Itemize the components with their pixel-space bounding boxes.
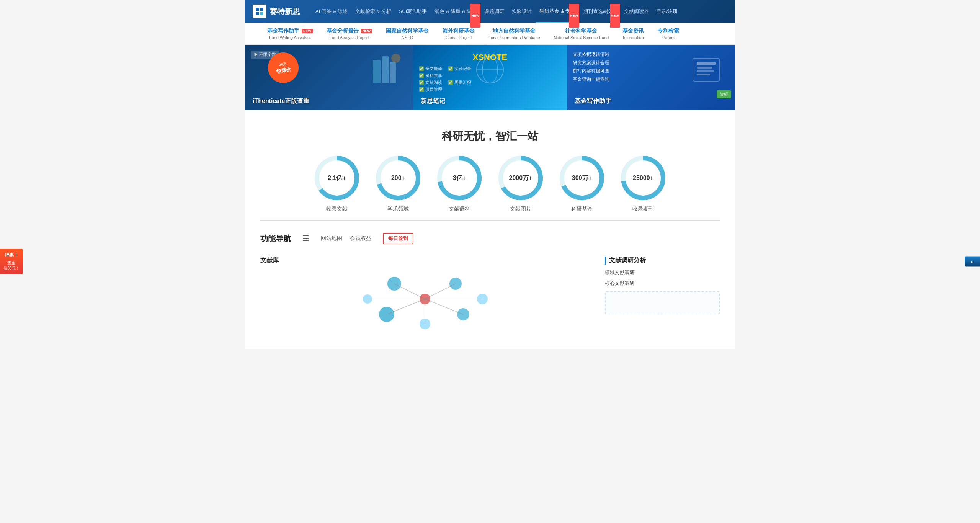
right-items-list: 领域文献调研 核心文献调研 — [605, 268, 720, 288]
svg-rect-14 — [697, 70, 714, 72]
logo-text: 赛特新思 — [270, 7, 300, 17]
sec-nav-global[interactable]: 海外科研基金 Global Project — [436, 26, 482, 41]
sec-nav-nsfc[interactable]: 国家自然科学基金 NSFC — [379, 26, 436, 41]
svg-rect-4 — [373, 60, 381, 83]
banner-carousel: ▶ 不限字数 35元 惊爆价 iThenticate正版查重 XSNOTE ✅ … — [245, 45, 735, 110]
sec-nav-social-science[interactable]: 社会科学基金 National Social Science Fund — [547, 26, 616, 41]
stat-label-journals: 收录期刊 — [632, 206, 654, 212]
stats-row: 2.1亿+ 收录文献 200+ 学术领域 3亿+ 文献语料 — [260, 155, 720, 212]
func-nav-sitemap[interactable]: 网站地图 — [321, 235, 342, 242]
svg-rect-11 — [693, 58, 720, 81]
nav-journal[interactable]: 期刊查选&投稿 NEW — [579, 0, 620, 23]
stat-funds: 300万+ 科研基金 — [559, 155, 605, 212]
svg-line-37 — [425, 284, 456, 299]
svg-line-36 — [394, 284, 425, 299]
stat-label-images: 文献图片 — [510, 206, 531, 212]
banner-title-1: iThenticate正版查重 — [253, 97, 309, 105]
stat-label-corpus: 文献语料 — [449, 206, 470, 212]
literature-db-title: 文献库 — [260, 257, 590, 265]
svg-rect-12 — [697, 62, 716, 65]
banner-3-try-btn[interactable]: 尝鲜 — [717, 90, 731, 98]
right-item-domain[interactable]: 领域文献调研 — [605, 268, 720, 277]
svg-rect-2 — [256, 12, 259, 15]
svg-rect-15 — [697, 74, 710, 75]
stat-label-domains: 学术领域 — [387, 206, 409, 212]
sec-nav-writing-assistant[interactable]: 基金写作助手 NEW Fund Writing Assistant — [260, 26, 320, 41]
svg-rect-5 — [382, 56, 389, 83]
nav-badge-polish: NEW — [470, 4, 480, 28]
stat-domains: 200+ 学术领域 — [375, 155, 421, 212]
banner-item-1[interactable]: ▶ 不限字数 35元 惊爆价 iThenticate正版查重 — [245, 45, 413, 110]
banner-item-2[interactable]: XSNOTE ✅ 全文翻译✅ 实验记录 ✅ 资料共享 ✅ 文献阅读✅ 周期汇报 … — [413, 45, 567, 110]
nav-experiment[interactable]: 实验设计 — [508, 0, 536, 23]
func-nav-title: 功能导航 — [260, 234, 291, 244]
stat-journals: 25000+ 收录期刊 — [620, 155, 666, 212]
banner-item-3[interactable]: 立项依据逻辑清晰 研究方案设计合理 撰写内容有据可查 基金查询一键查询 尝鲜 基… — [567, 45, 735, 110]
banner-title-2: 新思笔记 — [421, 97, 445, 105]
nav-literature[interactable]: 文献检索 & 分析 — [351, 0, 395, 23]
svg-rect-3 — [260, 12, 263, 15]
nav-polish[interactable]: 润色 & 降重 & 查重 NEW — [431, 0, 480, 23]
nav-fund[interactable]: 科研基金 & 专利 NEW — [536, 0, 579, 23]
svg-rect-1 — [260, 8, 263, 11]
func-nav-links: 网站地图 会员权益 — [321, 235, 371, 242]
nav-login[interactable]: 登录/注册 — [653, 0, 682, 23]
function-navigation: 功能导航 ☰ 网站地图 会员权益 每日签到 — [260, 228, 720, 249]
bottom-right-panel: 文献调研分析 领域文献调研 核心文献调研 — [605, 257, 720, 330]
stat-images: 2000万+ 文献图片 — [498, 155, 544, 212]
section-divider — [260, 220, 720, 221]
svg-rect-13 — [697, 67, 712, 69]
stat-label-literature: 收录文献 — [326, 206, 348, 212]
network-diagram — [260, 268, 590, 330]
logo-icon — [253, 5, 266, 18]
banner-title-3: 基金写作助手 — [575, 97, 611, 105]
new-badge-analysis: NEW — [361, 29, 372, 33]
stat-label-funds: 科研基金 — [571, 206, 593, 212]
secondary-navigation: 基金写作助手 NEW Fund Writing Assistant 基金分析报告… — [245, 23, 735, 45]
right-item-core[interactable]: 核心文献调研 — [605, 279, 720, 288]
svg-rect-6 — [390, 62, 396, 83]
top-navigation: 赛特新思 AI 问答 & 综述 文献检索 & 分析 SCI写作助手 润色 & 降… — [245, 0, 735, 23]
logo[interactable]: 赛特新思 — [253, 5, 300, 18]
nav-reader[interactable]: 文献阅读器 — [620, 0, 653, 23]
bottom-section: 文献库 — [260, 257, 720, 337]
new-badge-writing: NEW — [302, 29, 313, 33]
nav-badge-journal: NEW — [610, 4, 620, 28]
sec-nav-local-foundation[interactable]: 地方自然科学基金 Local Foundation Database — [482, 26, 547, 41]
hamburger-icon[interactable]: ☰ — [302, 234, 309, 243]
nav-research[interactable]: 课题调研 — [480, 0, 508, 23]
svg-line-38 — [387, 299, 425, 314]
sec-nav-patent[interactable]: 专利检索 Patent — [651, 26, 686, 41]
main-content: 科研无忧，智汇一站 2.1亿+ 收录文献 200+ 学术领域 — [245, 110, 735, 349]
top-nav-items: AI 问答 & 综述 文献检索 & 分析 SCI写作助手 润色 & 降重 & 查… — [312, 0, 727, 23]
sec-nav-information[interactable]: 基金资讯 Information — [616, 26, 651, 41]
svg-point-7 — [391, 54, 400, 63]
headline: 科研无忧，智汇一站 — [260, 129, 720, 144]
bottom-left-panel: 文献库 — [260, 257, 590, 330]
svg-rect-0 — [256, 8, 259, 11]
daily-checkin-button[interactable]: 每日签到 — [383, 233, 413, 244]
nav-sci[interactable]: SCI写作助手 — [395, 0, 431, 23]
nav-badge-fund: NEW — [569, 4, 579, 28]
svg-line-39 — [425, 299, 463, 314]
lit-analysis-title: 文献调研分析 — [605, 257, 720, 265]
nav-ai[interactable]: AI 问答 & 综述 — [312, 0, 351, 23]
stat-corpus: 3亿+ 文献语料 — [436, 155, 482, 212]
stat-literature: 2.1亿+ 收录文献 — [314, 155, 360, 212]
func-nav-membership[interactable]: 会员权益 — [350, 235, 371, 242]
sec-nav-fund-analysis[interactable]: 基金分析报告 NEW Fund Analysis Report — [320, 26, 379, 41]
